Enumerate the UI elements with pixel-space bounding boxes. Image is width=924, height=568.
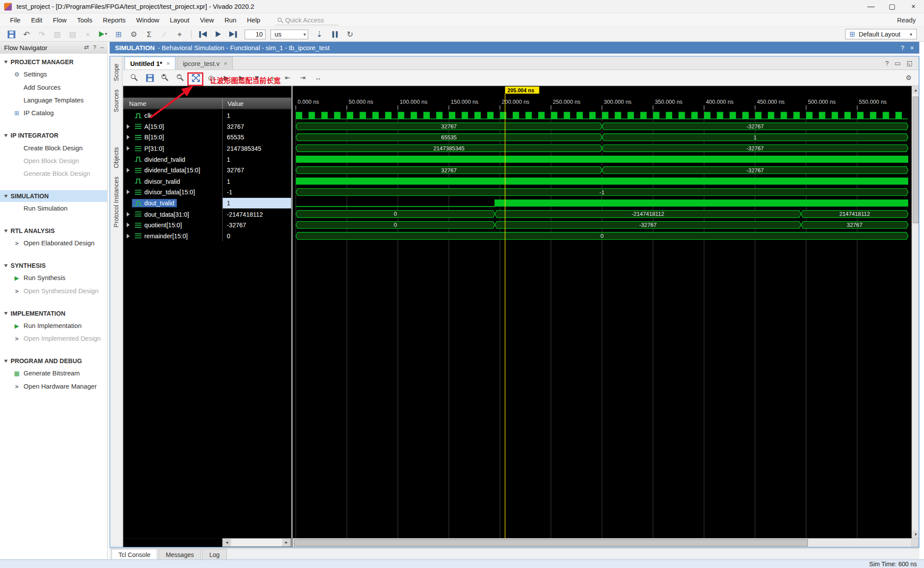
flownav-item-open-hardware-manager[interactable]: >Open Hardware Manager xyxy=(0,380,107,393)
toggle-navigator-icon[interactable]: ⇄ xyxy=(84,44,89,51)
next-marker-button[interactable]: ▼ xyxy=(252,73,262,83)
run-time-input[interactable]: 10 xyxy=(245,29,266,39)
zoom-in-button[interactable]: + xyxy=(160,73,170,83)
flownav-section-project-manager[interactable]: PROJECT MANAGER xyxy=(0,56,107,68)
maximize-icon[interactable]: ▢ xyxy=(882,0,903,13)
redo-button[interactable]: ↷ xyxy=(35,28,48,40)
wave-settings-gear-icon[interactable]: ⚙ xyxy=(903,73,914,83)
maximize-window-icon[interactable]: ◱ xyxy=(907,59,913,67)
hscroll-thumb[interactable] xyxy=(294,539,808,546)
flownav-item-open-block-design[interactable]: Open Block Design xyxy=(0,154,107,167)
flownav-item-settings[interactable]: ⚙Settings xyxy=(0,68,107,80)
menu-layout[interactable]: Layout xyxy=(165,15,194,25)
menu-reports[interactable]: Reports xyxy=(98,15,131,25)
expand-icon[interactable] xyxy=(127,233,130,238)
name-panel-hscroll[interactable]: ◂ ▸ xyxy=(222,538,291,547)
play-from-cursor-button[interactable]: ▶ xyxy=(221,73,231,83)
side-tab-scope[interactable]: Scope xyxy=(113,64,120,81)
menu-flow[interactable]: Flow xyxy=(48,15,72,25)
close-icon[interactable]: × xyxy=(903,0,924,13)
settings-button[interactable]: ⚙ xyxy=(127,28,140,40)
flownav-section-ip-integrator[interactable]: IP INTEGRATOR xyxy=(0,130,107,142)
vscroll-thumb[interactable] xyxy=(913,97,919,223)
tab-untitled-1[interactable]: Untitled 1*× xyxy=(125,57,176,69)
expand-icon[interactable] xyxy=(127,146,130,151)
run-all-button[interactable] xyxy=(212,28,224,40)
close-icon[interactable]: × xyxy=(224,60,227,67)
restart-simulation-button[interactable] xyxy=(196,28,209,40)
bottom-tab-log[interactable]: Log xyxy=(202,549,227,559)
signal-row-a-15-0[interactable]: A[15:0]32767 xyxy=(123,121,291,132)
flownav-section-simulation[interactable]: SIMULATION xyxy=(0,190,107,202)
flownav-item-run-simulation[interactable]: Run Simulation xyxy=(0,202,107,215)
run-to-time-button[interactable]: ▶ xyxy=(236,73,247,83)
navigator-collapse-icon[interactable]: ‒ xyxy=(100,44,103,51)
delete-button[interactable]: × xyxy=(81,28,94,40)
side-tab-protocol-instances[interactable]: Protocol Instances xyxy=(113,177,120,228)
signal-row-dividend-tdata-15-0[interactable]: dividend_tdata[15:0]32767 xyxy=(123,165,291,176)
signal-row-b-15-0[interactable]: B[15:0]65535 xyxy=(123,132,291,143)
flownav-item-ip-catalog[interactable]: ⊞IP Catalog xyxy=(0,106,107,119)
scroll-down-icon[interactable]: ▾ xyxy=(912,531,919,538)
side-tab-objects[interactable]: Objects xyxy=(113,147,120,168)
flownav-item-language-templates[interactable]: Language Templates xyxy=(0,94,107,106)
hscroll-track[interactable] xyxy=(231,539,282,546)
side-tab-sources[interactable]: Sources xyxy=(113,89,120,112)
zoom-out-button[interactable]: − xyxy=(175,73,186,83)
edit-button[interactable]: ∕ xyxy=(158,28,171,40)
quick-access-input[interactable]: Quick Access xyxy=(275,15,339,25)
save-waveform-button[interactable] xyxy=(144,73,155,83)
banner-close-icon[interactable]: × xyxy=(910,44,914,51)
signal-row-divisor-tdata-15-0[interactable]: divisor_tdata[15:0]-1 xyxy=(123,187,291,198)
scroll-up-icon[interactable]: ▴ xyxy=(912,86,919,94)
banner-help-icon[interactable]: ? xyxy=(901,44,904,51)
save-button[interactable] xyxy=(5,28,18,40)
expand-icon[interactable] xyxy=(127,135,130,140)
waveform-canvas[interactable]: 0.000 ns50.000 ns100.000 ns150.000 ns200… xyxy=(293,86,912,539)
signal-row-dividend-tvalid[interactable]: dividend_tvalid1 xyxy=(123,154,291,165)
signal-row-dout-tdata-31-0[interactable]: dout_tdata[31:0]-2147418112 xyxy=(123,209,291,220)
zoom-to-cursor-button[interactable]: ◎ xyxy=(205,73,216,83)
menu-help[interactable]: Help xyxy=(242,15,265,25)
menu-tools[interactable]: Tools xyxy=(72,15,98,25)
flownav-item-open-synthesized-design[interactable]: >Open Synthesized Design xyxy=(0,284,107,297)
paste-button[interactable]: ▤ xyxy=(66,28,79,40)
scroll-left-icon[interactable]: ◂ xyxy=(223,539,231,546)
menu-run[interactable]: Run xyxy=(219,15,242,25)
expand-icon[interactable] xyxy=(127,212,130,217)
tab-ipcore-test-v[interactable]: ipcore_test.v× xyxy=(177,57,233,69)
expand-icon[interactable] xyxy=(127,190,130,195)
window-help-icon[interactable]: ? xyxy=(885,59,889,66)
flownav-item-open-implemented-design[interactable]: >Open Implemented Design xyxy=(0,332,107,345)
signal-row-dout-tvalid[interactable]: dout_tvalid1 xyxy=(123,198,291,209)
minimize-icon[interactable]: — xyxy=(860,0,881,13)
wave-hscroll[interactable] xyxy=(293,538,912,547)
run-for-time-button[interactable] xyxy=(227,28,240,40)
name-column-header[interactable]: Name xyxy=(123,98,222,109)
menu-file[interactable]: File xyxy=(5,15,26,25)
bottom-tab-tcl-console[interactable]: Tcl Console xyxy=(111,549,158,559)
goto-next-transition-button[interactable]: ⇥ xyxy=(297,73,308,83)
report-button[interactable]: Σ xyxy=(143,28,155,40)
float-window-icon[interactable]: ▭ xyxy=(895,59,901,67)
flownav-item-run-synthesis[interactable]: ▶Run Synthesis xyxy=(0,271,107,284)
signal-row-remainder-15-0[interactable]: remainder[15:0]0 xyxy=(123,230,291,241)
flownav-item-generate-bitstream[interactable]: ▦Generate Bitstream xyxy=(0,367,107,379)
flownav-section-rtl-analysis[interactable]: RTL ANALYSIS xyxy=(0,225,107,237)
run-button[interactable]: ▾ xyxy=(97,28,110,40)
flownav-section-program-and-debug[interactable]: PROGRAM AND DEBUG xyxy=(0,355,107,367)
relaunch-simulation-button[interactable]: ↻ xyxy=(344,28,356,40)
copy-button[interactable]: ▥ xyxy=(51,28,63,40)
expand-icon[interactable] xyxy=(127,223,130,228)
expand-icon[interactable] xyxy=(127,168,130,173)
flownav-item-run-implementation[interactable]: ▶Run Implementation xyxy=(0,319,107,332)
vertical-scrollbar[interactable]: ▴ ▾ xyxy=(912,86,919,539)
zoom-fit-button[interactable] xyxy=(191,73,201,83)
expand-icon[interactable] xyxy=(127,124,130,129)
scroll-right-icon[interactable]: ▸ xyxy=(282,539,291,546)
layout-select[interactable]: ⊞ Default Layout ▾ xyxy=(845,29,917,40)
undo-button[interactable]: ↶ xyxy=(20,28,33,40)
flownav-item-open-elaborated-design[interactable]: >Open Elaborated Design xyxy=(0,237,107,249)
step-button[interactable]: ⇣ xyxy=(313,28,326,40)
flownav-item-create-block-design[interactable]: Create Block Design xyxy=(0,141,107,154)
